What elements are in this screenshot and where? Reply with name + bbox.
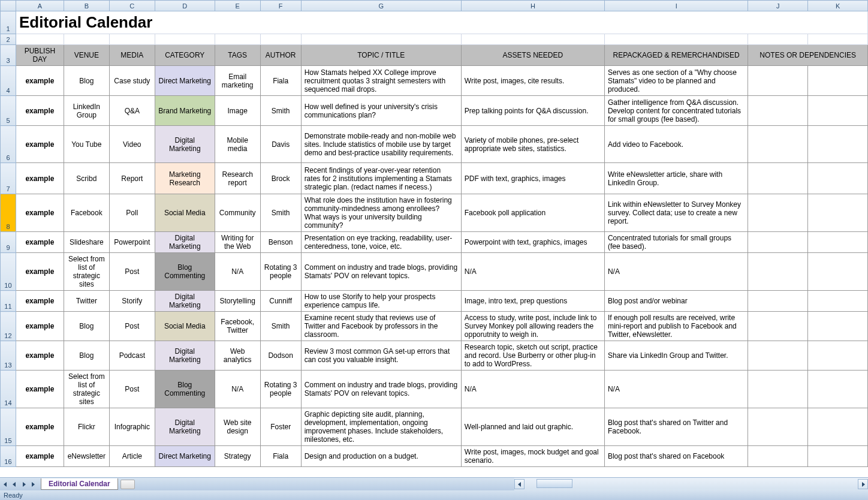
cell-notes-14[interactable] (748, 371, 808, 408)
cell-topic-6[interactable]: Demonstrate mobile-ready and non-mobile … (301, 126, 461, 163)
row-header-13[interactable]: 13 (1, 341, 16, 371)
cell-topic-10[interactable]: Comment on industry and trade blogs, pro… (301, 253, 461, 291)
cell-topic-16[interactable]: Design and production on a budget. (301, 446, 461, 467)
row-header-15[interactable]: 15 (1, 408, 16, 446)
hdr-repack[interactable]: REPACKAGED & REMERCHANDISED (604, 45, 748, 66)
cell-notes-16[interactable] (748, 446, 808, 467)
cell-topic-14[interactable]: Comment on industry and trade blogs, pro… (301, 371, 461, 408)
cell-pub-11[interactable]: example (16, 291, 64, 312)
cell-repack-8[interactable]: Link within eNewsletter to Survey Monkey… (604, 194, 748, 232)
cell-repack-14[interactable]: N/A (604, 371, 748, 408)
hdr-author[interactable]: AUTHOR (260, 45, 301, 66)
cell-assets-7[interactable]: PDF with text, graphics, images (461, 163, 604, 194)
cell-media-7[interactable]: Report (109, 163, 155, 194)
cell-pub-9[interactable]: example (16, 232, 64, 253)
cell-media-5[interactable]: Q&A (109, 96, 155, 126)
row-header-14[interactable]: 14 (1, 371, 16, 408)
cell-category-6[interactable]: Digital Marketing (155, 126, 215, 163)
cell-tags-8[interactable]: Community (215, 194, 260, 232)
cell-tags-7[interactable]: Research report (215, 163, 260, 194)
cell-repack-11[interactable]: Blog post and/or webinar (604, 291, 748, 312)
cell-assets-10[interactable]: N/A (461, 253, 604, 291)
cell-repack-7[interactable]: Write eNewsletter article, share with Li… (604, 163, 748, 194)
cell-venue-12[interactable]: Blog (64, 312, 109, 341)
cell-tags-15[interactable]: Web site design (215, 408, 260, 446)
col-header-G[interactable]: G (301, 1, 461, 11)
hdr-venue[interactable]: VENUE (64, 45, 109, 66)
col-header-F[interactable]: F (260, 1, 301, 11)
cell-category-10[interactable]: Blog Commenting (155, 253, 215, 291)
cell-venue-10[interactable]: Select from list of strategic sites (64, 253, 109, 291)
cell-k-16[interactable] (808, 446, 868, 467)
hdr-assets[interactable]: ASSETS NEEDED (461, 45, 604, 66)
cell-notes-9[interactable] (748, 232, 808, 253)
cell-topic-9[interactable]: Presentation on eye tracking, readabilit… (301, 232, 461, 253)
cell-tags-14[interactable]: N/A (215, 371, 260, 408)
cell-repack-16[interactable]: Blog post that's shared on Facebook (604, 446, 748, 467)
cell-notes-5[interactable] (748, 96, 808, 126)
cell-media-16[interactable]: Article (109, 446, 155, 467)
cell-notes-4[interactable] (748, 66, 808, 96)
cell-category-16[interactable]: Direct Marketing (155, 446, 215, 467)
cell-notes-12[interactable] (748, 312, 808, 341)
cell-tags-13[interactable]: Web analytics (215, 341, 260, 371)
cell-category-9[interactable]: Digital Marketing (155, 232, 215, 253)
cell-topic-15[interactable]: Graphic depicting site audit, planning, … (301, 408, 461, 446)
col-header-C[interactable]: C (109, 1, 155, 11)
hdr-publish-day[interactable]: PUBLISH DAY (16, 45, 64, 66)
cell-notes-6[interactable] (748, 126, 808, 163)
row-header-12[interactable]: 12 (1, 312, 16, 341)
cell-k-14[interactable] (808, 371, 868, 408)
prev-sheet-button[interactable] (10, 480, 19, 489)
cell-notes-8[interactable] (748, 194, 808, 232)
cell-assets-11[interactable]: Image, intro text, prep questions (461, 291, 604, 312)
row-header-5[interactable]: 5 (1, 96, 16, 126)
cell-repack-13[interactable]: Share via LinkedIn Group and Twitter. (604, 341, 748, 371)
cell-media-4[interactable]: Case study (109, 66, 155, 96)
cell-k-4[interactable] (808, 66, 868, 96)
cell-media-8[interactable]: Poll (109, 194, 155, 232)
cell-topic-13[interactable]: Review 3 most common GA set-up errors th… (301, 341, 461, 371)
cell-category-14[interactable]: Blog Commenting (155, 371, 215, 408)
cell-assets-6[interactable]: Variety of mobile phones, pre-select app… (461, 126, 604, 163)
cell-media-10[interactable]: Post (109, 253, 155, 291)
cell-repack-6[interactable]: Add video to Facebook. (604, 126, 748, 163)
cell-topic-8[interactable]: What role does the institution have in f… (301, 194, 461, 232)
cell-category-4[interactable]: Direct Marketing (155, 66, 215, 96)
cell-category-11[interactable]: Digital Marketing (155, 291, 215, 312)
cell-repack-12[interactable]: If enough poll results are received, wri… (604, 312, 748, 341)
cell-category-7[interactable]: Marketing Research (155, 163, 215, 194)
cell-topic-5[interactable]: How well defined is your university's cr… (301, 96, 461, 126)
cell-assets-8[interactable]: Facebook poll application (461, 194, 604, 232)
cell-pub-14[interactable]: example (16, 371, 64, 408)
row-header-11[interactable]: 11 (1, 291, 16, 312)
cell-author-4[interactable]: Fiala (260, 66, 301, 96)
scroll-right-button[interactable] (858, 479, 868, 489)
cell-venue-13[interactable]: Blog (64, 341, 109, 371)
row-header-7[interactable]: 7 (1, 163, 16, 194)
cell-media-12[interactable]: Post (109, 312, 155, 341)
cell-k-7[interactable] (808, 163, 868, 194)
cell-repack-10[interactable]: N/A (604, 253, 748, 291)
cell-pub-15[interactable]: example (16, 408, 64, 446)
spreadsheet-grid[interactable]: ABCDEFGHIJK1Editorial Calendar23PUBLISH … (0, 0, 868, 482)
cell-k-11[interactable] (808, 291, 868, 312)
cell-author-16[interactable]: Fiala (260, 446, 301, 467)
col-header-A[interactable]: A (16, 1, 64, 11)
cell-category-5[interactable]: Brand Marketing (155, 96, 215, 126)
cell-pub-8[interactable]: example (16, 194, 64, 232)
cell-venue-16[interactable]: eNewsletter (64, 446, 109, 467)
cell-author-8[interactable]: Smith (260, 194, 301, 232)
first-sheet-button[interactable] (0, 480, 10, 489)
cell-notes-13[interactable] (748, 341, 808, 371)
row-header-4[interactable]: 4 (1, 66, 16, 96)
col-header-B[interactable]: B (64, 1, 109, 11)
cell-author-5[interactable]: Smith (260, 96, 301, 126)
cell-author-9[interactable]: Benson (260, 232, 301, 253)
cell-tags-11[interactable]: Storytelling (215, 291, 260, 312)
hdr-category[interactable]: CATEGORY (155, 45, 215, 66)
cell-repack-15[interactable]: Blog post that's shared on Twitter and F… (604, 408, 748, 446)
hdr-notes[interactable]: NOTES OR DEPENDENCIES (748, 45, 868, 66)
cell-k-6[interactable] (808, 126, 868, 163)
cell-repack-5[interactable]: Gather intelligence from Q&A discussion.… (604, 96, 748, 126)
